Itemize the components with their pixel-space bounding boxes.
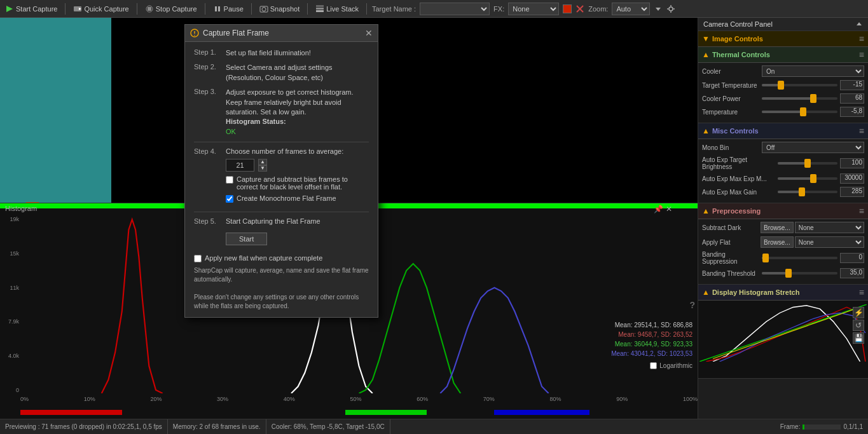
- dialog-step5-row: Step 5. Start Capturing the Flat Frame S…: [194, 217, 369, 249]
- fx-select[interactable]: None: [508, 3, 559, 15]
- zoom-down-icon[interactable]: [654, 4, 663, 13]
- dialog-step2-row: Step 2. Select Camera and adjust setting…: [194, 63, 369, 83]
- toolbar-sep-5: [307, 3, 308, 15]
- frames-spin-up[interactable]: ▲: [258, 159, 267, 165]
- frames-input[interactable]: [226, 159, 254, 172]
- memory-status: Memory: 2 of 68 frames in use.: [168, 419, 266, 434]
- quick-capture-icon: [73, 4, 82, 13]
- dialog-titlebar: Capture Flat Frame ✕: [185, 25, 378, 42]
- color-box-red: [563, 4, 572, 13]
- dialog-step1-num: Step 1.: [194, 48, 221, 58]
- settings-icon[interactable]: [666, 4, 675, 13]
- stop-capture-label: Stop Capture: [156, 5, 197, 13]
- dialog-sep-1: [194, 142, 369, 142]
- svg-point-25: [194, 35, 195, 36]
- frame-label: Frame:: [780, 423, 801, 430]
- snapshot-button[interactable]: Snapshot: [257, 3, 302, 15]
- apply-flat-checkbox[interactable]: [194, 255, 202, 262]
- target-name-select[interactable]: [420, 3, 490, 15]
- dialog-title: Capture Flat Frame: [190, 29, 269, 37]
- start-capture-icon: [5, 4, 14, 13]
- svg-rect-10: [316, 8, 324, 10]
- dialog-close-button[interactable]: ✕: [365, 29, 373, 37]
- dialog-title-text: Capture Flat Frame: [203, 29, 269, 37]
- dialog-step3-row: Step 3. Adjust exposure to get correct h…: [194, 88, 369, 137]
- hist-status-value: OK: [226, 128, 236, 135]
- dialog-step1-text: Set up flat field illumination!: [226, 48, 311, 58]
- bias-frames-label: Capture and subtract bias frames to corr…: [237, 175, 369, 191]
- svg-rect-6: [218, 6, 220, 11]
- hist-status-label: Histogram Status:: [226, 118, 286, 125]
- start-capture-label: Start Capture: [16, 5, 57, 13]
- memory-text: Memory: 2 of 68 frames in use.: [173, 423, 261, 430]
- live-stack-label: Live Stack: [326, 5, 359, 13]
- dialog-step5-num: Step 5.: [194, 217, 221, 249]
- dialog-sep-2: [194, 212, 369, 212]
- toolbar-sep-1: [65, 3, 65, 15]
- apply-flat-checkbox-label: Apply new flat when capture complete: [205, 254, 322, 262]
- quick-capture-button[interactable]: Quick Capture: [71, 3, 131, 15]
- toolbar: Start Capture Quick Capture Stop Capture…: [0, 0, 868, 18]
- snapshot-icon: [259, 4, 268, 13]
- capture-flat-frame-dialog: Capture Flat Frame ✕ Step 1. Set up flat…: [184, 24, 378, 318]
- pause-label: Pause: [224, 5, 244, 13]
- dialog-body: Step 1. Set up flat field illumination! …: [185, 42, 378, 317]
- toolbar-sep-3: [205, 3, 205, 15]
- toolbar-sep-4: [251, 3, 252, 15]
- start-button[interactable]: Start: [226, 233, 267, 245]
- frame-value: 0,1/1,1: [843, 423, 863, 430]
- stop-capture-button[interactable]: Stop Capture: [142, 3, 200, 15]
- frames-number-row: ▲ ▼: [226, 159, 369, 172]
- svg-point-15: [669, 7, 673, 11]
- frames-spinners: ▲ ▼: [258, 159, 267, 172]
- dialog-step5-content: Start Capturing the Flat Frame Start: [226, 217, 320, 249]
- frames-spin-down[interactable]: ▼: [258, 165, 267, 172]
- dialog-checkbox2-row: Create Monochrome Flat Frame: [226, 194, 369, 203]
- frame-status: Frame: 0,1/1,1: [775, 419, 868, 434]
- dialog-step3-content: Adjust exposure to get correct histogram…: [226, 88, 369, 137]
- dialog-step4-text: Choose number of frames to average:: [226, 147, 369, 155]
- dialog-note: SharpCap will capture, average, name and…: [194, 266, 369, 311]
- pause-icon: [213, 4, 222, 13]
- svg-rect-11: [316, 5, 324, 7]
- bias-frames-checkbox[interactable]: [226, 176, 233, 184]
- dialog-step4-content: Choose number of frames to average: ▲ ▼ …: [226, 147, 369, 207]
- snapshot-label: Snapshot: [270, 5, 300, 13]
- close-x-icon[interactable]: [575, 4, 584, 13]
- start-capture-button[interactable]: Start Capture: [3, 3, 60, 15]
- fx-label: FX:: [493, 5, 504, 13]
- svg-marker-14: [656, 8, 661, 11]
- dialog-step4-row: Step 4. Choose number of frames to avera…: [194, 147, 369, 207]
- dialog-step2-num: Step 2.: [194, 63, 221, 83]
- mono-flat-label: Create Monochrome Flat Frame: [237, 194, 336, 202]
- apply-flat-checkbox-row: Apply new flat when capture complete: [194, 254, 369, 262]
- dialog-step3-text: Adjust exposure to get correct histogram…: [226, 88, 354, 116]
- previewing-status: Previewing : 71 frames (0 dropped) in 0:…: [0, 419, 168, 434]
- svg-point-8: [262, 7, 266, 11]
- dialog-checkbox1-row: Capture and subtract bias frames to corr…: [226, 175, 369, 191]
- dialog-step4-num: Step 4.: [194, 147, 221, 207]
- target-name-label: Target Name :: [372, 5, 416, 13]
- dialog-step5-text: Start Capturing the Flat Frame: [226, 217, 320, 225]
- quick-capture-label: Quick Capture: [84, 5, 128, 13]
- previewing-text: Previewing : 71 frames (0 dropped) in 0:…: [5, 423, 162, 430]
- dialog-step1-row: Step 1. Set up flat field illumination!: [194, 48, 369, 58]
- pause-button[interactable]: Pause: [210, 3, 246, 15]
- svg-rect-5: [215, 6, 217, 11]
- frame-progress-fill: [803, 424, 804, 430]
- toolbar-sep-2: [137, 3, 137, 15]
- stop-capture-icon: [145, 4, 154, 13]
- dialog-step3-num: Step 3.: [194, 88, 221, 137]
- cooler-text: Cooler: 68%, Temp -5,8C, Target -15,0C: [272, 423, 385, 430]
- svg-rect-4: [148, 7, 151, 11]
- live-stack-icon: [315, 4, 324, 13]
- frame-progress-bar: [803, 424, 841, 430]
- svg-marker-0: [6, 6, 13, 12]
- live-stack-button[interactable]: Live Stack: [313, 3, 361, 15]
- zoom-select[interactable]: Auto: [612, 3, 650, 15]
- toolbar-sep-6: [366, 3, 367, 15]
- mono-flat-checkbox[interactable]: [226, 195, 233, 203]
- zoom-label: Zoom:: [588, 5, 608, 13]
- status-bar: Previewing : 71 frames (0 dropped) in 0:…: [0, 419, 868, 434]
- dialog-icon: [190, 29, 199, 37]
